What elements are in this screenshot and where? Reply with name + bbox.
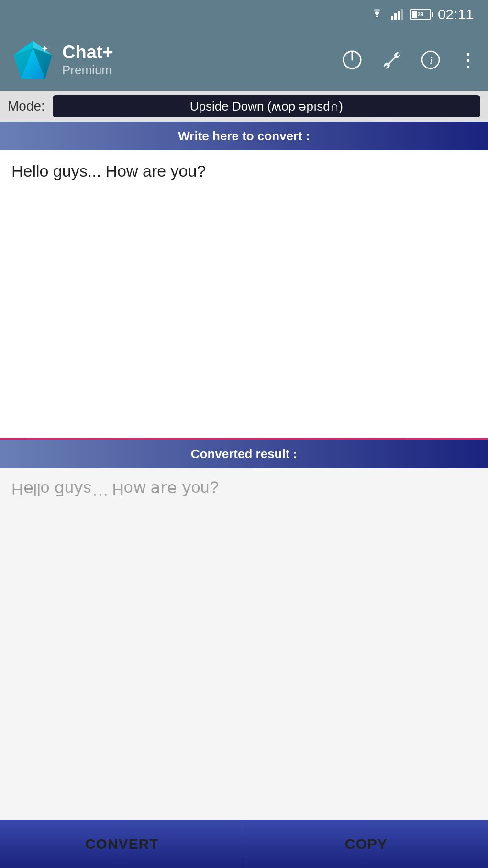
app-title-container: Chat+ Premium [62, 42, 113, 78]
logo-container: ✦ Chat+ Premium [11, 38, 332, 81]
info-icon: i [420, 49, 441, 70]
convert-button[interactable]: CONVERT [0, 820, 244, 868]
output-section: Converted result : ¿noʎ ǝɹɐ ʍoH ˙˙˙sʎnƃ … [0, 440, 488, 820]
header-icons: i ⋮ [342, 49, 477, 71]
input-section: Write here to convert : Hello guys... Ho… [0, 122, 488, 438]
app-logo: ✦ [11, 38, 55, 81]
svg-rect-3 [401, 9, 403, 20]
input-header-text: Write here to convert : [178, 129, 310, 144]
status-bar: 29 02:11 [0, 0, 488, 29]
app-title: Chat+ [62, 42, 113, 63]
power-button[interactable] [342, 49, 363, 70]
wifi-icon [370, 9, 384, 20]
output-area: ¿noʎ ǝɹɐ ʍoH ˙˙˙sʎnƃ ollǝH [0, 468, 488, 820]
result-header-text: Converted result : [191, 447, 298, 462]
output-text: ¿noʎ ǝɹɐ ʍoH ˙˙˙sʎnƃ ollǝH [11, 478, 219, 501]
main-layout: Write here to convert : Hello guys... Ho… [0, 122, 488, 820]
app-subtitle: Premium [62, 63, 113, 78]
status-time: 02:11 [438, 6, 474, 23]
signal-icon [391, 9, 403, 20]
input-header: Write here to convert : [0, 122, 488, 150]
result-header: Converted result : [0, 440, 488, 468]
battery-icon: 29 [410, 9, 431, 20]
input-area[interactable]: Hello guys... How are you? [0, 150, 488, 438]
input-text[interactable]: Hello guys... How are you? [11, 160, 477, 183]
mode-bar: Mode: Upside Down (ʍop ǝpısd∩) [0, 91, 488, 122]
status-icons: 29 02:11 [370, 6, 474, 23]
mode-selector-text: Upside Down (ʍop ǝpısd∩) [190, 99, 343, 114]
svg-text:i: i [430, 54, 433, 66]
wrench-button[interactable] [380, 49, 403, 70]
wrench-icon [380, 49, 403, 70]
mode-selector[interactable]: Upside Down (ʍop ǝpısd∩) [53, 95, 480, 117]
copy-button[interactable]: COPY [244, 820, 488, 868]
more-options-button[interactable]: ⋮ [458, 49, 477, 71]
app-header: ✦ Chat+ Premium i ⋮ [0, 29, 488, 91]
power-icon [342, 49, 363, 70]
info-button[interactable]: i [420, 49, 441, 70]
bottom-buttons: CONVERT COPY [0, 820, 488, 868]
svg-text:✦: ✦ [41, 44, 48, 54]
more-vert-icon: ⋮ [458, 49, 477, 71]
svg-rect-1 [394, 13, 397, 20]
svg-rect-0 [391, 16, 393, 20]
mode-label: Mode: [8, 99, 45, 114]
svg-rect-2 [398, 11, 400, 20]
